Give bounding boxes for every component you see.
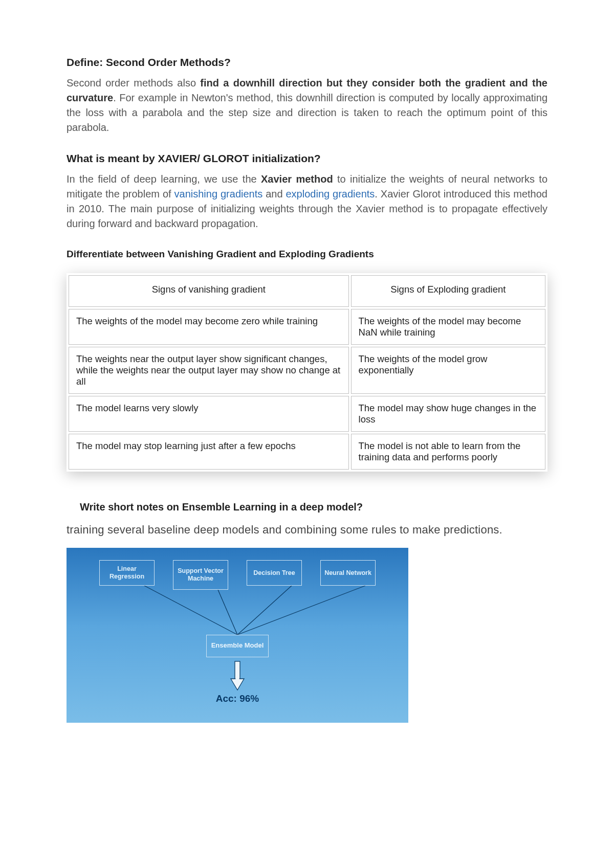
node-neural-network: Neural Network: [320, 560, 376, 586]
arrow-down-icon: [229, 660, 246, 694]
q1-paragraph: Second order methods also find a downhil…: [67, 76, 547, 135]
q4-heading: Write short notes on Ensemble Learning i…: [80, 501, 547, 513]
cell-vanishing: The model may stop learning just after a…: [69, 434, 349, 470]
table-header-row: Signs of vanishing gradient Signs of Exp…: [69, 275, 545, 307]
svg-line-3: [237, 586, 365, 635]
cell-exploding: The model may show huge changes in the l…: [351, 396, 545, 432]
q2-text-a: In the field of deep learning, we use th…: [67, 173, 261, 185]
q2-text-bold: Xavier method: [261, 173, 333, 185]
q4-paragraph: training several baseline deep models an…: [67, 522, 547, 538]
comparison-table: Signs of vanishing gradient Signs of Exp…: [67, 273, 547, 472]
ensemble-diagram: Linear Regression Support Vector Machine…: [67, 548, 408, 723]
svg-line-1: [218, 590, 237, 635]
svg-line-0: [144, 586, 237, 635]
svg-rect-4: [235, 661, 240, 679]
cell-vanishing: The weights of the model may become zero…: [69, 309, 349, 345]
diagram-top-nodes: Linear Regression Support Vector Machine…: [67, 560, 408, 590]
q1-heading: Define: Second Order Methods?: [67, 56, 547, 69]
table-row: The model may stop learning just after a…: [69, 434, 545, 470]
q1-text-tail: . For example in Newton's method, this d…: [67, 92, 547, 133]
node-svm: Support Vector Machine: [173, 560, 228, 590]
comparison-table-wrap: Signs of vanishing gradient Signs of Exp…: [67, 273, 547, 472]
link-vanishing-gradients[interactable]: vanishing gradients: [174, 188, 263, 199]
cell-vanishing: The weights near the output layer show s…: [69, 347, 349, 394]
cell-exploding: The model is not able to learn from the …: [351, 434, 545, 470]
cell-exploding: The weights of the model grow exponentia…: [351, 347, 545, 394]
q2-text-and: and: [262, 188, 286, 199]
link-exploding-gradients[interactable]: exploding gradients: [286, 188, 375, 199]
table-row: The weights near the output layer show s…: [69, 347, 545, 394]
th-vanishing: Signs of vanishing gradient: [69, 275, 349, 307]
q1-text-lead: Second order methods also: [67, 77, 200, 88]
table-row: The weights of the model may become zero…: [69, 309, 545, 345]
node-decision-tree: Decision Tree: [247, 560, 302, 586]
accuracy-label: Acc: 96%: [216, 693, 259, 704]
node-linear-regression: Linear Regression: [99, 560, 155, 586]
cell-vanishing: The model learns very slowly: [69, 396, 349, 432]
th-exploding: Signs of Exploding gradient: [351, 275, 545, 307]
q2-paragraph: In the field of deep learning, we use th…: [67, 172, 547, 231]
q2-heading: What is meant by XAVIER/ GLOROT initiali…: [67, 152, 547, 165]
svg-rect-5: [235, 677, 239, 680]
cell-exploding: The weights of the model may become NaN …: [351, 309, 545, 345]
node-ensemble-model: Ensemble Model: [206, 635, 269, 657]
table-title: Differentiate between Vanishing Gradient…: [67, 249, 547, 260]
table-row: The model learns very slowly The model m…: [69, 396, 545, 432]
svg-line-2: [237, 586, 292, 635]
